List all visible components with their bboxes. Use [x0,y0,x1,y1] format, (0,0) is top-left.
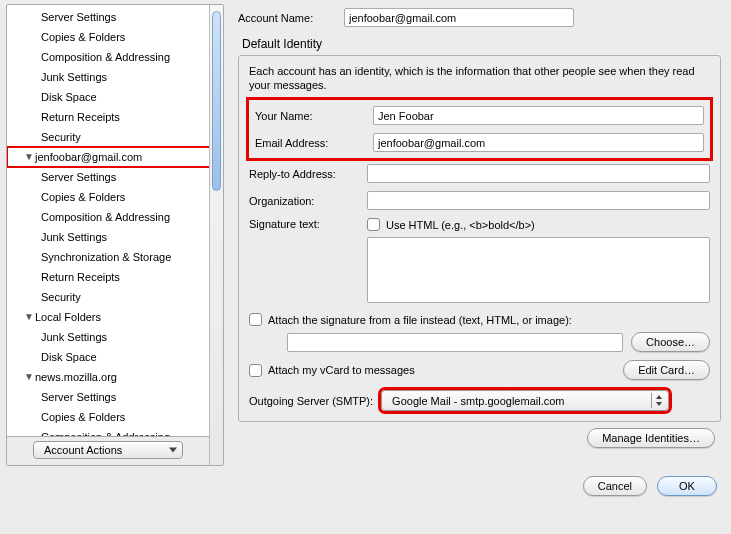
use-html-label: Use HTML (e.g., <b>bold</b>) [386,219,535,231]
tree-child-item[interactable]: Return Receipts [7,107,223,127]
section-title: Default Identity [242,37,721,51]
tree-account-item[interactable]: ▼news.mozilla.org [7,367,223,387]
tree-child-item[interactable]: Disk Space [7,87,223,107]
email-label: Email Address: [255,137,365,149]
tree-item-label: Synchronization & Storage [41,250,171,264]
tree-child-item[interactable]: Composition & Addressing [7,207,223,227]
sig-file-input[interactable] [287,333,623,352]
stepper-icon [651,393,666,408]
reply-input[interactable] [367,164,710,183]
tree-child-item[interactable]: Junk Settings [7,227,223,247]
reply-label: Reply-to Address: [249,168,359,180]
tree-item-label: Composition & Addressing [41,50,170,64]
accounts-tree[interactable]: Server SettingsCopies & FoldersCompositi… [7,5,223,466]
tree-child-item[interactable]: Composition & Addressing [7,47,223,67]
account-actions-menu[interactable]: Account Actions [33,441,183,459]
attach-vcard-checkbox[interactable] [249,364,262,377]
tree-child-item[interactable]: Security [7,127,223,147]
tree-child-item[interactable]: Server Settings [7,387,223,407]
tree-child-item[interactable]: Disk Space [7,347,223,367]
expand-down-icon[interactable]: ▼ [23,370,35,384]
tree-item-label: Junk Settings [41,330,107,344]
your-name-input[interactable] [373,106,704,125]
attach-sig-checkbox[interactable] [249,313,262,326]
account-name-input[interactable] [344,8,574,27]
tree-item-label: Security [41,130,81,144]
accounts-sidebar: Server SettingsCopies & FoldersCompositi… [6,4,224,466]
tree-item-label: Copies & Folders [41,410,125,424]
expand-down-icon[interactable]: ▼ [23,150,35,164]
tree-item-label: Return Receipts [41,270,120,284]
tree-child-item[interactable]: Server Settings [7,167,223,187]
manage-identities-button[interactable]: Manage Identities… [587,428,715,448]
tree-item-label: Disk Space [41,350,97,364]
sig-label: Signature text: [249,218,359,230]
email-input[interactable] [373,133,704,152]
identity-hint: Each account has an identity, which is t… [249,64,710,92]
tree-item-label: Return Receipts [41,110,120,124]
default-identity-fieldset: Each account has an identity, which is t… [238,55,721,422]
tree-child-item[interactable]: Security [7,287,223,307]
account-name-label: Account Name: [238,12,344,24]
tree-item-label: Disk Space [41,90,97,104]
tree-item-label: Server Settings [41,390,116,404]
choose-button[interactable]: Choose… [631,332,710,352]
smtp-select[interactable]: Google Mail - smtp.googlemail.com [381,390,669,411]
attach-sig-label: Attach the signature from a file instead… [268,314,572,326]
tree-child-item[interactable]: Copies & Folders [7,27,223,47]
attach-vcard-label: Attach my vCard to messages [268,364,415,376]
sidebar-scrollbar[interactable] [209,5,223,465]
cancel-button[interactable]: Cancel [583,476,647,496]
tree-account-item[interactable]: ▼Local Folders [7,307,223,327]
tree-item-label: Junk Settings [41,230,107,244]
use-html-checkbox[interactable] [367,218,380,231]
tree-child-item[interactable]: Server Settings [7,7,223,27]
tree-account-item[interactable]: ▼jenfoobar@gmail.com [7,147,223,167]
scrollbar-thumb[interactable] [212,11,221,191]
tree-item-label: Local Folders [35,310,101,324]
tree-item-label: Security [41,290,81,304]
tree-item-label: Server Settings [41,170,116,184]
tree-child-item[interactable]: Junk Settings [7,67,223,87]
tree-child-item[interactable]: Junk Settings [7,327,223,347]
tree-child-item[interactable]: Synchronization & Storage [7,247,223,267]
tree-item-label: news.mozilla.org [35,370,117,384]
tree-item-label: Server Settings [41,10,116,24]
dialog-buttons: Cancel OK [0,470,731,496]
account-actions-label: Account Actions [44,444,122,456]
tree-item-label: Copies & Folders [41,30,125,44]
ok-button[interactable]: OK [657,476,717,496]
org-input[interactable] [367,191,710,210]
tree-item-label: jenfoobar@gmail.com [35,150,142,164]
tree-child-item[interactable]: Copies & Folders [7,187,223,207]
signature-textarea[interactable] [367,237,710,303]
main-panel: Account Name: Default Identity Each acco… [228,0,731,470]
expand-down-icon[interactable]: ▼ [23,310,35,324]
your-name-label: Your Name: [255,110,365,122]
tree-item-label: Junk Settings [41,70,107,84]
tree-item-label: Composition & Addressing [41,210,170,224]
org-label: Organization: [249,195,359,207]
smtp-label: Outgoing Server (SMTP): [249,395,373,407]
smtp-value: Google Mail - smtp.googlemail.com [392,395,564,407]
tree-child-item[interactable]: Return Receipts [7,267,223,287]
tree-item-label: Copies & Folders [41,190,125,204]
edit-card-button[interactable]: Edit Card… [623,360,710,380]
tree-child-item[interactable]: Copies & Folders [7,407,223,427]
